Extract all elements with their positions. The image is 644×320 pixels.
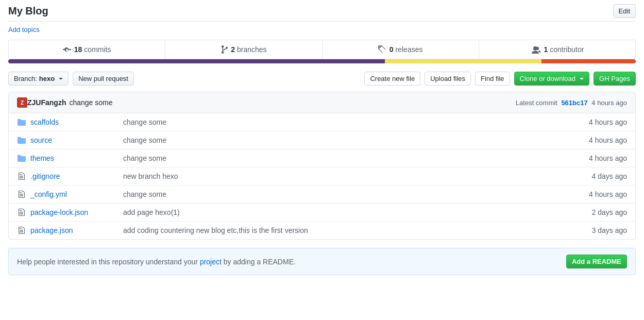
file-time-themes: 4 hours ago — [565, 154, 627, 162]
contributors-label: contributor — [550, 45, 584, 54]
commit-time: 4 hours ago — [591, 99, 627, 107]
commits-count: 18 — [74, 45, 82, 54]
commit-avatar: Z — [17, 97, 27, 108]
commit-sha[interactable]: 561bc17 — [561, 99, 587, 107]
contributors-stat[interactable]: 1 contributor — [479, 40, 635, 59]
file-icon — [17, 190, 26, 199]
gh-pages-button[interactable]: GH Pages — [594, 72, 636, 86]
file-link-package-json[interactable]: package.json — [30, 226, 123, 234]
file-table: Z ZJUFangzh change some Latest commit 56… — [8, 92, 636, 240]
readme-project-link[interactable]: project — [200, 258, 222, 266]
readme-banner-text: Help people interested in this repositor… — [17, 258, 296, 266]
language-bar — [8, 59, 636, 63]
table-row: package-lock.json add page hexo(1) 2 day… — [9, 204, 635, 222]
contributors-icon — [530, 45, 540, 54]
new-pull-request-button[interactable]: New pull request — [73, 72, 134, 86]
table-row: themes change some 4 hours ago — [9, 149, 635, 167]
table-row: scaffolds change some 4 hours ago — [9, 113, 635, 131]
branches-stat[interactable]: 2 branches — [165, 40, 322, 59]
add-readme-button[interactable]: Add a README — [566, 255, 627, 268]
branches-icon — [221, 45, 228, 54]
commits-label: commits — [84, 45, 111, 54]
file-time-config-yml: 4 hours ago — [565, 190, 627, 198]
lang-yellow — [385, 59, 542, 63]
branches-count: 2 — [231, 45, 235, 54]
file-commit-package-json: add coding countering new blog etc,this … — [123, 226, 565, 234]
file-commit-source: change some — [123, 136, 565, 144]
file-commit-config-yml: change some — [123, 190, 565, 198]
toolbar-left: Branch: hexo New pull request — [8, 72, 134, 86]
file-time-source: 4 hours ago — [565, 136, 627, 144]
file-link-themes[interactable]: themes — [30, 154, 123, 162]
table-row: source change some 4 hours ago — [9, 131, 635, 149]
commit-username[interactable]: ZJUFangzh — [27, 98, 66, 107]
edit-button[interactable]: Edit — [613, 4, 636, 18]
readme-banner: Help people interested in this repositor… — [8, 248, 636, 275]
file-time-scaffolds: 4 hours ago — [565, 118, 627, 126]
commit-message: change some — [69, 98, 112, 107]
repo-title: My Blog — [8, 5, 48, 17]
lang-red — [541, 59, 636, 63]
file-link-source[interactable]: source — [30, 136, 123, 144]
file-link-config-yml[interactable]: _config.yml — [30, 190, 123, 198]
file-time-gitignore: 4 days ago — [565, 172, 627, 180]
releases-label: releases — [396, 45, 423, 54]
toolbar-right: Create new file Upload files Find file C… — [364, 72, 636, 86]
branch-name: hexo — [39, 75, 55, 82]
clone-label: Clone or download — [520, 75, 575, 82]
folder-icon — [17, 154, 26, 163]
lang-purple — [8, 59, 385, 63]
branches-label: branches — [237, 45, 267, 54]
commit-header: Z ZJUFangzh change some Latest commit 56… — [9, 92, 635, 113]
branch-label: Branch: — [14, 75, 37, 82]
file-icon — [17, 208, 26, 217]
commit-meta: Latest commit 561bc17 4 hours ago — [516, 99, 627, 107]
create-new-file-button[interactable]: Create new file — [364, 72, 420, 86]
table-row: _config.yml change some 4 hours ago — [9, 186, 635, 204]
stats-bar: 18 commits 2 branches 0 releases 1 contr… — [8, 40, 636, 59]
add-topics-link[interactable]: Add topics — [8, 26, 40, 33]
branch-selector[interactable]: Branch: hexo — [8, 72, 69, 86]
file-commit-themes: change some — [123, 154, 565, 162]
file-link-gitignore[interactable]: .gitignore — [30, 172, 123, 180]
latest-commit-label: Latest commit — [516, 99, 557, 107]
branch-caret-icon — [59, 78, 63, 80]
file-time-package-json: 3 days ago — [565, 226, 627, 234]
contributors-count: 1 — [544, 45, 548, 54]
folder-icon — [17, 117, 26, 127]
releases-stat[interactable]: 0 releases — [323, 40, 479, 59]
file-icon — [17, 172, 26, 181]
releases-icon — [378, 45, 386, 54]
clone-caret-icon — [580, 78, 584, 80]
commits-stat[interactable]: 18 commits — [9, 40, 165, 59]
releases-count: 0 — [389, 45, 394, 54]
folder-icon — [17, 136, 26, 145]
file-link-package-lock-json[interactable]: package-lock.json — [30, 208, 123, 216]
file-icon — [17, 226, 26, 235]
file-commit-gitignore: new branch hexo — [123, 172, 565, 180]
file-time-package-lock-json: 2 days ago — [565, 208, 627, 216]
file-commit-scaffolds: change some — [123, 118, 565, 126]
toolbar: Branch: hexo New pull request Create new… — [8, 72, 636, 86]
upload-files-button[interactable]: Upload files — [425, 72, 471, 86]
file-commit-package-lock-json: add page hexo(1) — [123, 208, 565, 216]
table-row: package.json add coding countering new b… — [9, 222, 635, 239]
file-link-scaffolds[interactable]: scaffolds — [30, 118, 123, 126]
clone-or-download-button[interactable]: Clone or download — [514, 72, 589, 86]
table-row: .gitignore new branch hexo 4 days ago — [9, 167, 635, 186]
find-file-button[interactable]: Find file — [475, 72, 510, 86]
commits-icon — [63, 45, 71, 54]
